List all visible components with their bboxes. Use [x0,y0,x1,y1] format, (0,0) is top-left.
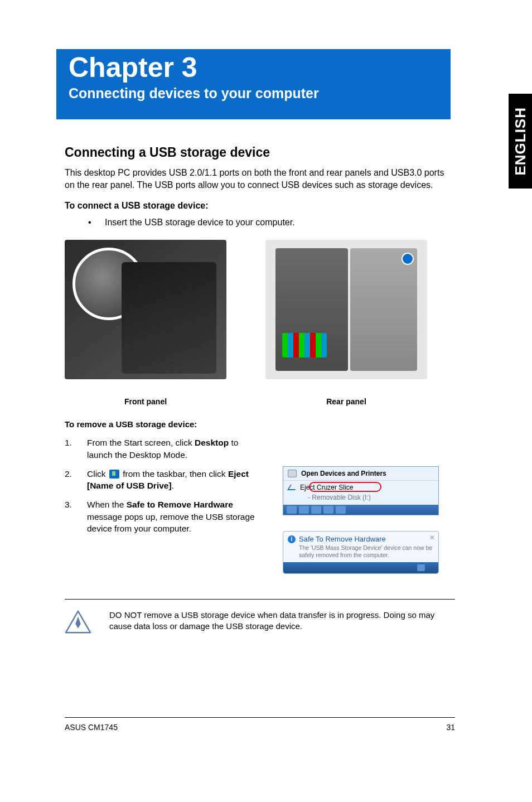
figures-row: Front panel Rear panel [65,240,453,406]
warning-row: DO NOT remove a USB storage device when … [65,599,455,634]
remove-step-1: 1. From the Start screen, click Desktop … [65,437,453,461]
devices-icon [288,470,297,477]
step-num: 3. [65,499,87,535]
language-tab: ENGLISH [509,94,532,189]
connect-bullet: Insert the USB storage device to your co… [88,218,453,228]
rear-panel-image [265,240,427,379]
page-footer: ASUS CM1745 31 [65,723,455,732]
chapter-banner: Chapter 3 Connecting devices to your com… [56,49,451,119]
rear-panel-label: Rear panel [326,397,366,406]
warning-text: DO NOT remove a USB storage device when … [109,610,455,632]
eject-drive-row[interactable]: Eject Cruzer Slice [283,481,438,492]
figure-front: Front panel [65,240,226,406]
connect-head: To connect a USB storage device: [65,201,453,211]
taskbar-tray-icon [109,470,119,479]
eject-drive-label: Eject Cruzer Slice [300,484,353,491]
step-body: Click from the taskbar, then click Eject… [87,468,265,492]
front-panel-image [65,240,226,379]
chapter-title: Chapter 3 [69,52,441,83]
safe-remove-balloon: i Safe To Remove Hardware ✕ The 'USB Mas… [283,531,439,574]
front-panel-label: Front panel [124,397,167,406]
figure-rear: Rear panel [265,240,427,406]
step-body: When the Safe to Remove Hardware message… [87,499,265,535]
open-devices-row[interactable]: Open Devices and Printers [283,467,438,480]
balloon-title: Safe To Remove Hardware [299,535,386,543]
taskbar-strip [283,505,438,515]
balloon-tray [283,562,438,573]
language-tab-label: ENGLISH [512,107,529,176]
step-num: 2. [65,468,87,492]
footer-page-number: 31 [446,723,455,732]
footer-divider [65,717,455,718]
eject-menu-popup: Open Devices and Printers Eject Cruzer S… [283,466,439,515]
section-intro: This desktop PC provides USB 2.0/1.1 por… [65,167,453,191]
step-body: From the Start screen, click Desktop to … [87,437,265,461]
balloon-body: The 'USB Mass Storage Device' device can… [288,544,434,559]
open-devices-label: Open Devices and Printers [301,470,386,477]
removable-disk-row[interactable]: - Removable Disk (I:) [283,492,438,505]
footer-product: ASUS CM1745 [65,723,118,732]
balloon-title-row: i Safe To Remove Hardware [288,535,434,543]
step-num: 1. [65,437,87,461]
remove-head: To remove a USB storage device: [65,419,453,429]
chapter-subtitle: Connecting devices to your computer [69,85,441,102]
section-heading: Connecting a USB storage device [65,145,453,160]
balloon-close-icon[interactable]: ✕ [429,534,435,542]
screenshots-column: Open Devices and Printers Eject Cruzer S… [283,466,439,574]
info-icon: i [288,535,296,543]
warning-icon [65,610,91,634]
